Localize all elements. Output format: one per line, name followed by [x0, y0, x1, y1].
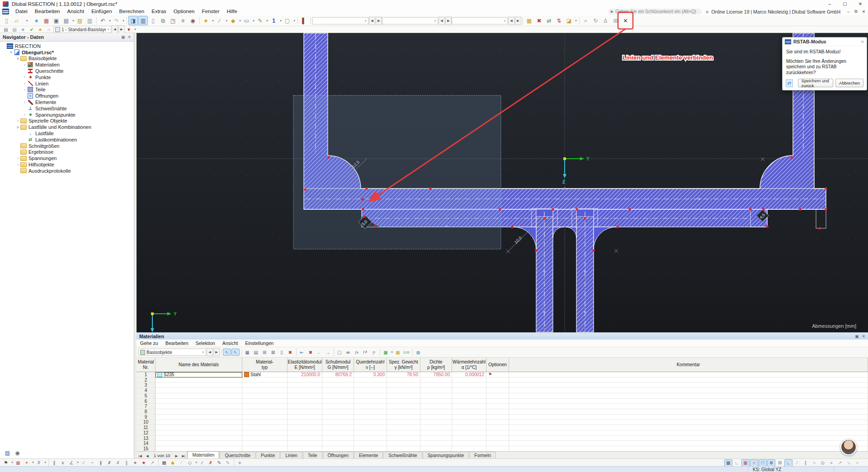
table-pin-icon[interactable]: ▣	[855, 334, 859, 339]
dropdown-arrow-icon[interactable]: ▾	[108, 19, 112, 23]
restore-button[interactable]: ▢	[837, 0, 853, 8]
table-cell[interactable]	[387, 404, 420, 409]
rstab-mode-icon[interactable]: ⇄	[786, 79, 793, 87]
dropdown-arrow-icon[interactable]: ▾	[279, 19, 283, 23]
column-header-5[interactable]: SchubmodulG [N/mm²]	[322, 358, 354, 372]
table-cell[interactable]	[509, 399, 868, 404]
print-batch-button[interactable]: ≡	[19, 26, 27, 33]
pencil-2-button[interactable]: ✎	[224, 459, 232, 466]
scale-x-button[interactable]: ⇄	[544, 16, 554, 25]
table-cell[interactable]	[288, 436, 322, 441]
table-cell[interactable]	[387, 420, 420, 425]
dropdown-arrow-icon[interactable]: ▾	[133, 28, 137, 31]
table-cell[interactable]	[452, 399, 486, 404]
table-cell[interactable]	[486, 399, 509, 404]
snap-angle-button[interactable]: ∠	[67, 459, 75, 466]
pager-first-button[interactable]: |◀	[137, 453, 144, 459]
webcam-avatar[interactable]	[840, 439, 857, 455]
insert-opening-button[interactable]: ▢	[283, 16, 292, 25]
table-cell[interactable]	[156, 399, 242, 404]
table-cell[interactable]	[354, 393, 387, 399]
table-cell[interactable]	[509, 393, 868, 399]
table-view-4-button[interactable]: ⊠	[269, 349, 277, 356]
table-cell[interactable]	[354, 399, 387, 404]
table-cell[interactable]	[354, 415, 387, 420]
circle-toggle-button[interactable]: ○	[810, 459, 818, 467]
report-stack-button[interactable]: ≡	[178, 16, 188, 25]
table-cell[interactable]	[387, 425, 420, 430]
snap-bisector-button[interactable]: ∨	[59, 459, 67, 466]
table-cell[interactable]	[242, 436, 288, 441]
pin-tool-button[interactable]: +	[23, 459, 31, 466]
grid-toggle-button[interactable]: ▦	[724, 459, 732, 467]
table-cell[interactable]	[452, 420, 486, 425]
row-number[interactable]: 12	[137, 430, 156, 436]
select-related-button[interactable]: ↖	[231, 349, 240, 356]
orbit-button[interactable]: ↻	[591, 16, 600, 25]
column-header-1[interactable]: MaterialNr.	[137, 358, 156, 372]
decimal-places-button[interactable]: 0,00	[402, 349, 410, 356]
table-cell[interactable]	[322, 388, 354, 393]
table-cell[interactable]	[452, 425, 486, 430]
dropdown-arrow-icon[interactable]: ▾	[211, 19, 215, 23]
tree-item-schnittgrößen[interactable]: Schnittgrößen	[0, 143, 134, 149]
table-cell[interactable]	[156, 441, 242, 446]
table-cell[interactable]	[387, 441, 420, 446]
new-window2-button[interactable]: ▢	[335, 349, 344, 356]
menu-optionen[interactable]: Optionen	[170, 8, 198, 15]
tree-item-hilfsobjekte[interactable]: ›Hilfsobjekte	[0, 161, 134, 168]
pager-prev-button[interactable]: ◀	[144, 453, 151, 459]
to-rstab-button[interactable]: ◳	[168, 16, 178, 25]
column-header-10[interactable]: Optionen	[486, 358, 509, 372]
table-cell[interactable]	[354, 388, 387, 393]
combo-next-button[interactable]: ▶	[118, 25, 125, 33]
snap-cross-blue-button[interactable]: ✗	[105, 459, 113, 466]
dialog-header[interactable]: RSTAB-Modus ✕	[783, 38, 867, 46]
insert-image-button[interactable]: ▦	[42, 16, 51, 25]
redo-button[interactable]: ↷	[112, 16, 121, 25]
check-ok-button[interactable]: ✔	[28, 26, 36, 33]
table-cell[interactable]	[509, 409, 868, 415]
toolbar-combobox[interactable]: ∨	[312, 17, 368, 24]
table-cell[interactable]	[156, 420, 242, 425]
combo-next-button[interactable]: ▶	[213, 348, 220, 356]
table-cell[interactable]	[486, 436, 509, 441]
tree-item-lastkombinationen[interactable]: ⇄Lastkombinationen	[0, 137, 134, 143]
tab-teile[interactable]: Teile	[303, 452, 322, 459]
tree-item-spannungen[interactable]: ›Spannungen	[0, 155, 134, 161]
tree-item-materialien[interactable]: ›Materialien	[0, 61, 134, 68]
display-properties-button[interactable]: ▧	[3, 448, 12, 458]
table-cell[interactable]	[322, 382, 354, 388]
tree-item-spezielle-objekte[interactable]: ›Spezielle Objekte	[0, 118, 134, 124]
tab-schweißnähte[interactable]: Schweißnähte	[383, 452, 422, 459]
table-cell[interactable]	[509, 404, 868, 409]
row-to-right-button[interactable]: →	[324, 349, 332, 356]
row-number[interactable]: 3	[137, 382, 156, 388]
ortho-toggle-button[interactable]: □	[759, 459, 767, 467]
table-cell[interactable]	[509, 441, 868, 446]
tree-item-obergurt-rsc-[interactable]: ∨Obergurt.rsc*	[0, 49, 134, 56]
tree-item-basisobjekte[interactable]: ∨Basisobjekte	[0, 56, 134, 62]
snap-bird-button[interactable]: ↗	[148, 459, 156, 466]
program-settings-button[interactable]: ∗	[32, 16, 41, 25]
tree-item-ergebnisse[interactable]: Ergebnisse	[0, 149, 134, 156]
table-cell[interactable]	[242, 441, 288, 446]
collapse-icon[interactable]: ∨	[15, 57, 20, 61]
guides-toggle-button[interactable]: ∟	[733, 459, 741, 467]
search-input[interactable]: ▶ Geben Sie ein Schlüsselwort ein (Alt+Q…	[608, 9, 702, 14]
table-cell[interactable]	[354, 425, 387, 430]
row-number[interactable]: 14	[137, 441, 156, 446]
column-header-4[interactable]: ElastizitätsmodulE [N/mm²]	[288, 358, 322, 372]
point-grid-toggle-button[interactable]: ▦	[741, 459, 750, 467]
print-current-button[interactable]: ▤	[2, 26, 10, 33]
cancel-button[interactable]: Abbrechen	[835, 79, 863, 87]
table-cell[interactable]	[420, 404, 452, 409]
table-cell[interactable]	[452, 441, 486, 446]
table-cell[interactable]	[387, 436, 420, 441]
table-cell[interactable]	[420, 425, 452, 430]
background-image-button[interactable]: ▦	[14, 459, 22, 466]
dropdown-arrow-icon[interactable]: ▾	[390, 350, 394, 354]
table-cell[interactable]	[322, 404, 354, 409]
tree-item-linien[interactable]: ›Linien	[0, 80, 134, 87]
expand-icon[interactable]: ›	[22, 63, 27, 67]
